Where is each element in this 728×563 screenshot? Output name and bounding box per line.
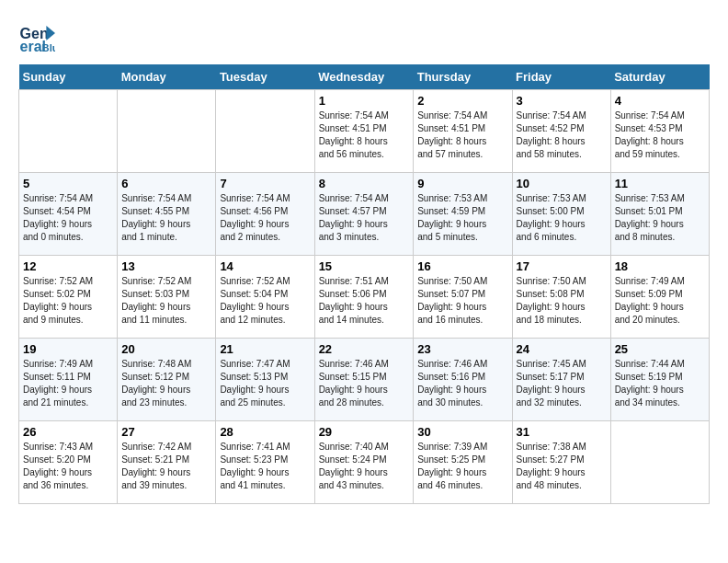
calendar-cell: 23Sunrise: 7:46 AM Sunset: 5:16 PM Dayli… [414,339,512,421]
day-number: 10 [517,177,607,190]
calendar-cell: 20Sunrise: 7:48 AM Sunset: 5:12 PM Dayli… [118,339,216,421]
page-header: Gen eral Blue [18,18,710,55]
calendar-cell: 29Sunrise: 7:40 AM Sunset: 5:24 PM Dayli… [314,421,414,504]
calendar-cell: 15Sunrise: 7:51 AM Sunset: 5:06 PM Dayli… [314,256,414,339]
calendar-cell: 27Sunrise: 7:42 AM Sunset: 5:21 PM Dayli… [118,421,216,504]
day-number: 20 [121,342,211,356]
day-info: Sunrise: 7:38 AM Sunset: 5:27 PM Dayligh… [517,441,607,492]
calendar-cell: 4Sunrise: 7:54 AM Sunset: 4:53 PM Daylig… [610,90,709,173]
day-number: 9 [417,177,507,190]
calendar-cell: 3Sunrise: 7:54 AM Sunset: 4:52 PM Daylig… [512,90,610,173]
calendar-cell: 22Sunrise: 7:46 AM Sunset: 5:15 PM Dayli… [314,339,414,421]
day-info: Sunrise: 7:43 AM Sunset: 5:20 PM Dayligh… [23,441,113,492]
calendar-cell: 18Sunrise: 7:49 AM Sunset: 5:09 PM Dayli… [610,256,709,339]
day-number: 27 [121,425,211,439]
day-info: Sunrise: 7:47 AM Sunset: 5:13 PM Dayligh… [220,358,310,409]
day-number: 13 [121,259,211,273]
day-number: 2 [417,94,507,108]
day-number: 7 [220,177,310,190]
day-number: 12 [23,259,113,273]
day-info: Sunrise: 7:50 AM Sunset: 5:08 PM Dayligh… [517,275,607,327]
calendar-cell: 25Sunrise: 7:44 AM Sunset: 5:19 PM Dayli… [610,339,709,421]
calendar-cell: 12Sunrise: 7:52 AM Sunset: 5:02 PM Dayli… [19,256,118,339]
day-number: 6 [121,177,211,190]
calendar-cell: 28Sunrise: 7:41 AM Sunset: 5:23 PM Dayli… [216,421,314,504]
calendar-cell: 21Sunrise: 7:47 AM Sunset: 5:13 PM Dayli… [216,339,314,421]
day-info: Sunrise: 7:39 AM Sunset: 5:25 PM Dayligh… [417,441,507,492]
calendar-cell [118,90,216,173]
svg-marker-2 [46,26,55,40]
logo: Gen eral Blue [18,18,60,55]
day-info: Sunrise: 7:42 AM Sunset: 5:21 PM Dayligh… [121,441,211,492]
calendar-cell: 9Sunrise: 7:53 AM Sunset: 4:59 PM Daylig… [414,173,512,256]
day-info: Sunrise: 7:52 AM Sunset: 5:03 PM Dayligh… [121,275,211,327]
day-number: 22 [319,342,410,356]
header-row: SundayMondayTuesdayWednesdayThursdayFrid… [19,64,710,90]
day-number: 1 [319,94,410,108]
day-number: 26 [23,425,113,439]
week-row-1: 1Sunrise: 7:54 AM Sunset: 4:51 PM Daylig… [19,90,710,173]
day-info: Sunrise: 7:53 AM Sunset: 5:01 PM Dayligh… [615,192,705,244]
calendar-cell: 16Sunrise: 7:50 AM Sunset: 5:07 PM Dayli… [414,256,512,339]
day-info: Sunrise: 7:54 AM Sunset: 4:57 PM Dayligh… [319,192,410,244]
calendar-cell: 13Sunrise: 7:52 AM Sunset: 5:03 PM Dayli… [118,256,216,339]
day-info: Sunrise: 7:54 AM Sunset: 4:53 PM Dayligh… [615,109,705,161]
calendar-cell: 7Sunrise: 7:54 AM Sunset: 4:56 PM Daylig… [216,173,314,256]
day-number: 24 [517,342,607,356]
calendar-cell: 19Sunrise: 7:49 AM Sunset: 5:11 PM Dayli… [19,339,118,421]
day-info: Sunrise: 7:40 AM Sunset: 5:24 PM Dayligh… [319,441,410,492]
day-header-tuesday: Tuesday [216,64,314,90]
calendar-cell: 14Sunrise: 7:52 AM Sunset: 5:04 PM Dayli… [216,256,314,339]
day-info: Sunrise: 7:45 AM Sunset: 5:17 PM Dayligh… [517,358,607,409]
day-info: Sunrise: 7:41 AM Sunset: 5:23 PM Dayligh… [220,441,310,492]
day-number: 25 [615,342,705,356]
day-number: 23 [417,342,507,356]
week-row-4: 19Sunrise: 7:49 AM Sunset: 5:11 PM Dayli… [19,339,710,421]
calendar-cell: 2Sunrise: 7:54 AM Sunset: 4:51 PM Daylig… [414,90,512,173]
svg-text:Blue: Blue [42,42,55,53]
day-number: 4 [615,94,705,108]
calendar-cell: 6Sunrise: 7:54 AM Sunset: 4:55 PM Daylig… [118,173,216,256]
day-info: Sunrise: 7:54 AM Sunset: 4:56 PM Dayligh… [220,192,310,244]
calendar-cell: 10Sunrise: 7:53 AM Sunset: 5:00 PM Dayli… [512,173,610,256]
day-info: Sunrise: 7:49 AM Sunset: 5:09 PM Dayligh… [615,275,705,327]
day-info: Sunrise: 7:53 AM Sunset: 4:59 PM Dayligh… [417,192,507,244]
day-info: Sunrise: 7:54 AM Sunset: 4:55 PM Dayligh… [121,192,211,244]
calendar-cell: 31Sunrise: 7:38 AM Sunset: 5:27 PM Dayli… [512,421,610,504]
week-row-2: 5Sunrise: 7:54 AM Sunset: 4:54 PM Daylig… [19,173,710,256]
day-info: Sunrise: 7:46 AM Sunset: 5:16 PM Dayligh… [417,358,507,409]
day-info: Sunrise: 7:48 AM Sunset: 5:12 PM Dayligh… [121,358,211,409]
day-number: 19 [23,342,113,356]
calendar-cell: 5Sunrise: 7:54 AM Sunset: 4:54 PM Daylig… [19,173,118,256]
day-number: 11 [615,177,705,190]
day-info: Sunrise: 7:53 AM Sunset: 5:00 PM Dayligh… [517,192,607,244]
day-number: 31 [517,425,607,439]
day-number: 28 [220,425,310,439]
calendar-cell: 30Sunrise: 7:39 AM Sunset: 5:25 PM Dayli… [414,421,512,504]
day-number: 15 [319,259,410,273]
day-number: 14 [220,259,310,273]
day-info: Sunrise: 7:54 AM Sunset: 4:51 PM Dayligh… [319,109,410,161]
day-header-sunday: Sunday [19,64,118,90]
calendar-cell [19,90,118,173]
calendar-cell: 17Sunrise: 7:50 AM Sunset: 5:08 PM Dayli… [512,256,610,339]
calendar-table: SundayMondayTuesdayWednesdayThursdayFrid… [18,64,710,504]
day-info: Sunrise: 7:54 AM Sunset: 4:52 PM Dayligh… [517,109,607,161]
day-header-monday: Monday [118,64,216,90]
day-info: Sunrise: 7:54 AM Sunset: 4:54 PM Dayligh… [23,192,113,244]
day-info: Sunrise: 7:52 AM Sunset: 5:02 PM Dayligh… [23,275,113,327]
day-number: 17 [517,259,607,273]
day-number: 30 [417,425,507,439]
day-info: Sunrise: 7:49 AM Sunset: 5:11 PM Dayligh… [23,358,113,409]
calendar-cell: 1Sunrise: 7:54 AM Sunset: 4:51 PM Daylig… [314,90,414,173]
calendar-cell: 8Sunrise: 7:54 AM Sunset: 4:57 PM Daylig… [314,173,414,256]
day-number: 21 [220,342,310,356]
day-info: Sunrise: 7:46 AM Sunset: 5:15 PM Dayligh… [319,358,410,409]
day-number: 3 [517,94,607,108]
calendar-cell [216,90,314,173]
day-info: Sunrise: 7:44 AM Sunset: 5:19 PM Dayligh… [615,358,705,409]
calendar-cell: 26Sunrise: 7:43 AM Sunset: 5:20 PM Dayli… [19,421,118,504]
week-row-5: 26Sunrise: 7:43 AM Sunset: 5:20 PM Dayli… [19,421,710,504]
day-header-thursday: Thursday [414,64,512,90]
day-number: 5 [23,177,113,190]
